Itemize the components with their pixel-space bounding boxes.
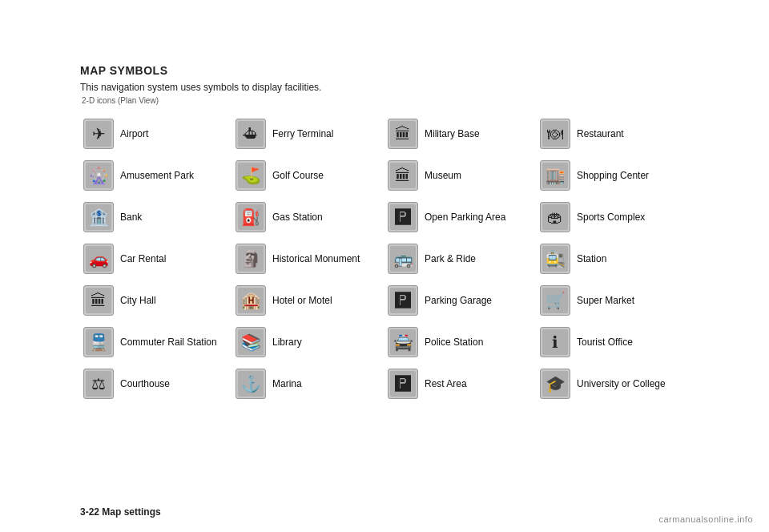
symbol-item-hotel-motel: 🏨Hotel or Motel [232,280,384,321]
marina-label: Marina [272,378,302,389]
symbol-item-open-parking-area: 🅿Open Parking Area [384,196,537,238]
restaurant-icon: 🍽 [540,119,570,149]
symbol-item-gas-station: ⛽Gas Station [232,196,384,238]
police-station-icon: 🚔 [388,327,418,357]
symbol-item-super-market: 🛒Super Market [537,280,689,321]
shopping-center-icon: 🏬 [540,160,570,191]
station-icon: 🚉 [540,244,570,274]
watermark: carmanualsonline.info [658,514,753,524]
park-ride-label: Park & Ride [425,253,476,264]
symbol-item-shopping-center: 🏬Shopping Center [537,155,689,196]
symbol-item-golf-course: ⛳Golf Course [232,155,384,196]
university-label: University or College [577,378,666,389]
tourist-office-icon: ℹ [540,327,570,357]
airport-icon: ✈ [83,119,114,149]
symbol-item-library: 📚Library [232,321,384,363]
library-icon: 📚 [236,327,266,357]
amusement-park-icon: 🎡 [83,160,114,191]
super-market-icon: 🛒 [540,285,570,316]
symbol-item-tourist-office: ℹTourist Office [537,321,689,363]
courthouse-label: Courthouse [120,378,170,389]
symbol-item-station: 🚉Station [537,238,689,280]
symbol-item-commuter-rail: 🚆Commuter Rail Station [80,321,232,363]
university-icon: 🎓 [540,369,570,399]
station-label: Station [577,253,606,264]
symbol-item-park-ride: 🚌Park & Ride [384,238,537,280]
symbol-item-parking-garage: 🅿Parking Garage [384,280,537,321]
symbol-item-rest-area: 🅿Rest Area [384,363,537,405]
symbol-item-museum: 🏛Museum [384,155,537,196]
military-base-label: Military Base [425,128,480,139]
restaurant-label: Restaurant [577,128,624,139]
car-rental-label: Car Rental [120,253,166,264]
marina-icon: ⚓ [236,369,266,399]
bank-icon: 🏦 [83,202,114,232]
park-ride-icon: 🚌 [388,244,418,274]
gas-station-label: Gas Station [272,212,323,223]
symbol-item-police-station: 🚔Police Station [384,321,537,363]
sports-complex-icon: 🏟 [540,202,570,232]
symbol-item-ferry-terminal: ⛴Ferry Terminal [232,113,384,155]
shopping-center-label: Shopping Center [577,170,649,181]
footer-label: 3-22 Map settings [80,506,161,518]
tourist-office-label: Tourist Office [577,337,633,348]
symbol-item-bank: 🏦Bank [80,196,232,238]
subtitle: This navigation system uses symbols to d… [80,82,689,93]
military-base-icon: 🏛 [388,119,418,149]
historical-monument-icon: 🗿 [236,244,266,274]
bank-label: Bank [120,212,142,223]
airport-label: Airport [120,128,148,139]
symbol-item-sports-complex: 🏟Sports Complex [537,196,689,238]
golf-course-icon: ⛳ [236,160,266,191]
sports-complex-label: Sports Complex [577,212,645,223]
symbol-item-marina: ⚓Marina [232,363,384,405]
historical-monument-label: Historical Monument [272,253,360,264]
view-label: 2-D icons (Plan View) [82,96,689,105]
city-hall-icon: 🏛 [83,285,114,316]
page-content: MAP SYMBOLS This navigation system uses … [0,0,769,453]
gas-station-icon: ⛽ [236,202,266,232]
parking-garage-icon: 🅿 [388,285,418,316]
symbol-item-courthouse: ⚖Courthouse [80,363,232,405]
commuter-rail-icon: 🚆 [83,327,114,357]
parking-garage-label: Parking Garage [425,295,492,306]
library-label: Library [272,337,302,348]
symbol-item-restaurant: 🍽Restaurant [537,113,689,155]
car-rental-icon: 🚗 [83,244,114,274]
ferry-terminal-icon: ⛴ [236,119,266,149]
police-station-label: Police Station [425,337,483,348]
city-hall-label: City Hall [120,295,156,306]
golf-course-label: Golf Course [272,170,324,181]
symbol-item-university: 🎓University or College [537,363,689,405]
open-parking-area-label: Open Parking Area [425,212,505,223]
symbol-item-military-base: 🏛Military Base [384,113,537,155]
rest-area-label: Rest Area [425,378,467,389]
symbol-item-car-rental: 🚗Car Rental [80,238,232,280]
hotel-motel-icon: 🏨 [236,285,266,316]
symbol-item-city-hall: 🏛City Hall [80,280,232,321]
open-parking-area-icon: 🅿 [388,202,418,232]
symbol-item-amusement-park: 🎡Amusement Park [80,155,232,196]
commuter-rail-label: Commuter Rail Station [120,337,217,348]
super-market-label: Super Market [577,295,634,306]
museum-icon: 🏛 [388,160,418,191]
rest-area-icon: 🅿 [388,369,418,399]
symbol-item-airport: ✈Airport [80,113,232,155]
section-title: MAP SYMBOLS [80,64,689,77]
hotel-motel-label: Hotel or Motel [272,295,332,306]
ferry-terminal-label: Ferry Terminal [272,128,333,139]
amusement-park-label: Amusement Park [120,170,194,181]
symbols-grid: ✈Airport⛴Ferry Terminal🏛Military Base🍽Re… [80,113,689,405]
courthouse-icon: ⚖ [83,369,114,399]
symbol-item-historical-monument: 🗿Historical Monument [232,238,384,280]
museum-label: Museum [425,170,461,181]
